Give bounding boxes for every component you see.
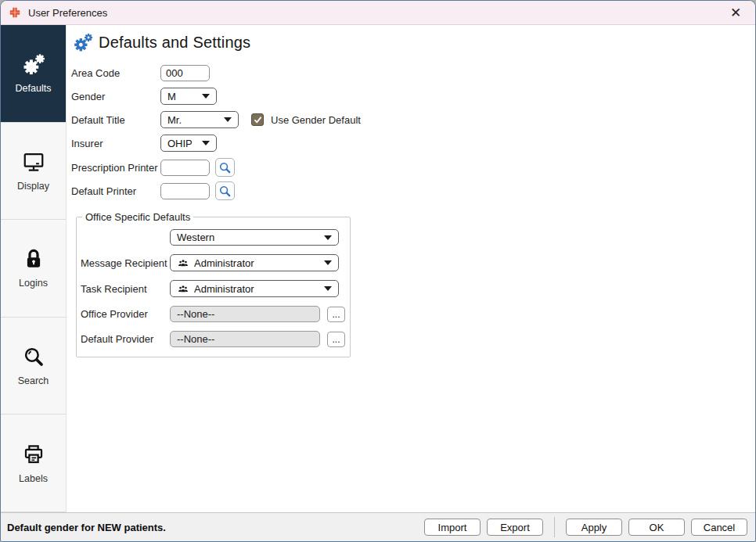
- footer-buttons: Import Export Apply OK Cancel: [424, 517, 747, 537]
- message-recipient-dropdown[interactable]: Administrator: [170, 254, 339, 271]
- default-printer-search-button[interactable]: [215, 181, 235, 200]
- default-title-label: Default Title: [71, 114, 160, 126]
- default-title-dropdown[interactable]: Mr.: [160, 111, 239, 128]
- sidebar-item-label: Logins: [19, 278, 48, 289]
- people-group-icon: [177, 283, 189, 295]
- default-printer-label: Default Printer: [71, 185, 160, 197]
- sidebar-item-logins[interactable]: Logins: [1, 220, 66, 318]
- close-icon[interactable]: ✕: [724, 2, 747, 23]
- sidebar-item-label: Labels: [19, 473, 48, 484]
- search-icon: [218, 161, 232, 174]
- message-recipient-value: Administrator: [194, 257, 319, 269]
- page-heading: Defaults and Settings: [73, 32, 755, 52]
- gears-icon: [73, 32, 93, 52]
- office-provider-field: --None--: [170, 306, 320, 322]
- default-provider-label: Default Provider: [81, 333, 170, 345]
- search-icon: [218, 185, 232, 198]
- monitor-icon: [22, 150, 45, 174]
- default-printer-input[interactable]: [160, 183, 210, 199]
- office-provider-browse-button[interactable]: ...: [327, 307, 345, 322]
- button-divider: [554, 517, 555, 537]
- sidebar-item-labels[interactable]: Labels: [1, 415, 66, 512]
- office-provider-label: Office Provider: [81, 308, 170, 320]
- gender-label: Gender: [71, 91, 160, 102]
- content-panel: Defaults and Settings Area Code Gender M…: [67, 25, 755, 512]
- sidebar: Defaults Display Logins: [1, 25, 67, 512]
- magnifier-icon: [22, 345, 45, 368]
- titlebar[interactable]: User Preferences ✕: [1, 1, 755, 25]
- office-dropdown[interactable]: Western: [170, 229, 339, 246]
- footer-bar: Default gender for NEW patients. Import …: [1, 512, 755, 541]
- gears-icon: [22, 52, 45, 76]
- chevron-down-icon: [324, 286, 332, 291]
- people-group-icon: [177, 257, 189, 269]
- printer-icon: [22, 443, 45, 466]
- sidebar-item-label: Search: [18, 375, 49, 386]
- ok-button[interactable]: OK: [628, 519, 685, 536]
- export-button[interactable]: Export: [487, 519, 543, 536]
- area-code-input[interactable]: [160, 65, 210, 81]
- cancel-button[interactable]: Cancel: [691, 519, 747, 536]
- check-icon: [254, 116, 262, 124]
- gender-value: M: [167, 91, 197, 102]
- chevron-down-icon: [324, 235, 332, 240]
- app-collapse-icon: [8, 6, 22, 19]
- prescription-printer-input[interactable]: [160, 160, 210, 176]
- prescription-printer-search-button[interactable]: [215, 158, 235, 177]
- use-gender-default-checkbox[interactable]: [251, 113, 264, 126]
- office-specific-defaults-group: Office Specific Defaults Western Message…: [76, 211, 351, 357]
- area-code-label: Area Code: [71, 67, 160, 79]
- use-gender-default-label: Use Gender Default: [271, 114, 361, 126]
- default-provider-browse-button[interactable]: ...: [327, 332, 345, 347]
- chevron-down-icon: [324, 260, 332, 265]
- message-recipient-label: Message Recipient: [81, 257, 170, 269]
- insurer-value: OHIP: [167, 138, 197, 149]
- import-button[interactable]: Import: [424, 519, 481, 536]
- sidebar-item-display[interactable]: Display: [1, 123, 66, 221]
- lock-icon: [22, 247, 45, 271]
- office-value: Western: [177, 232, 319, 243]
- task-recipient-dropdown[interactable]: Administrator: [170, 280, 339, 297]
- chevron-down-icon: [224, 117, 232, 122]
- sidebar-item-defaults[interactable]: Defaults: [1, 25, 66, 123]
- default-provider-field: --None--: [170, 331, 320, 347]
- sidebar-item-search[interactable]: Search: [1, 318, 66, 415]
- chevron-down-icon: [202, 94, 210, 99]
- task-recipient-value: Administrator: [194, 283, 319, 295]
- chevron-down-icon: [202, 141, 210, 145]
- default-title-value: Mr.: [167, 114, 219, 126]
- status-text: Default gender for NEW patients.: [7, 522, 166, 533]
- task-recipient-label: Task Recipient: [81, 283, 170, 295]
- sidebar-item-label: Defaults: [16, 83, 52, 94]
- prescription-printer-label: Prescription Printer: [71, 162, 160, 174]
- apply-button[interactable]: Apply: [566, 519, 622, 536]
- user-preferences-dialog: User Preferences ✕ Defaults Display: [0, 0, 756, 542]
- window-title: User Preferences: [28, 7, 107, 19]
- insurer-label: Insurer: [71, 138, 160, 149]
- gender-dropdown[interactable]: M: [160, 88, 217, 105]
- insurer-dropdown[interactable]: OHIP: [160, 135, 217, 152]
- page-title: Defaults and Settings: [99, 34, 250, 52]
- sidebar-item-label: Display: [17, 181, 49, 192]
- office-group-legend: Office Specific Defaults: [82, 211, 193, 223]
